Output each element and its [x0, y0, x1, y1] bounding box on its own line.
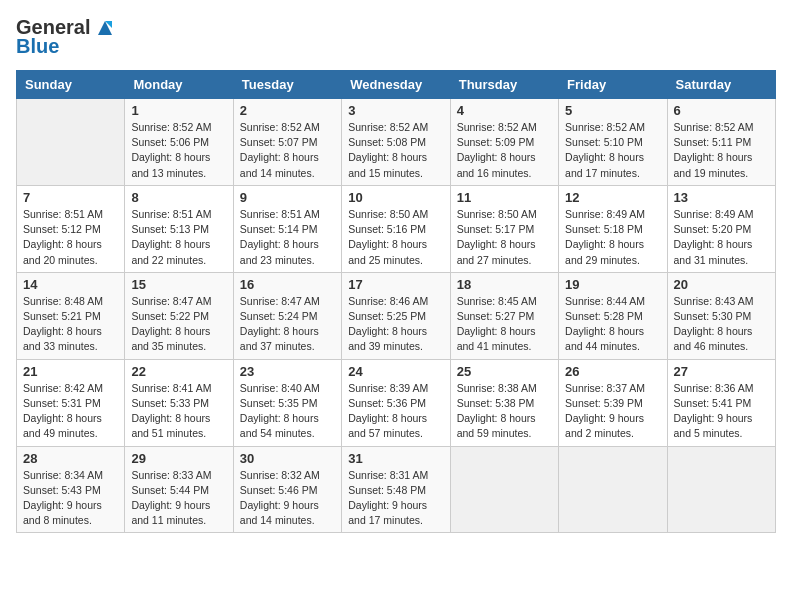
- day-number: 29: [131, 451, 226, 466]
- day-number: 11: [457, 190, 552, 205]
- calendar-week-row: 1Sunrise: 8:52 AM Sunset: 5:06 PM Daylig…: [17, 99, 776, 186]
- day-number: 3: [348, 103, 443, 118]
- day-number: 14: [23, 277, 118, 292]
- day-number: 2: [240, 103, 335, 118]
- calendar-cell: 3Sunrise: 8:52 AM Sunset: 5:08 PM Daylig…: [342, 99, 450, 186]
- day-detail: Sunrise: 8:31 AM Sunset: 5:48 PM Dayligh…: [348, 468, 443, 529]
- day-detail: Sunrise: 8:47 AM Sunset: 5:22 PM Dayligh…: [131, 294, 226, 355]
- calendar-cell: 6Sunrise: 8:52 AM Sunset: 5:11 PM Daylig…: [667, 99, 775, 186]
- day-number: 10: [348, 190, 443, 205]
- day-number: 16: [240, 277, 335, 292]
- day-detail: Sunrise: 8:52 AM Sunset: 5:10 PM Dayligh…: [565, 120, 660, 181]
- calendar-cell: 21Sunrise: 8:42 AM Sunset: 5:31 PM Dayli…: [17, 359, 125, 446]
- day-number: 28: [23, 451, 118, 466]
- day-detail: Sunrise: 8:42 AM Sunset: 5:31 PM Dayligh…: [23, 381, 118, 442]
- day-detail: Sunrise: 8:33 AM Sunset: 5:44 PM Dayligh…: [131, 468, 226, 529]
- header-saturday: Saturday: [667, 71, 775, 99]
- day-number: 27: [674, 364, 769, 379]
- calendar-cell: 4Sunrise: 8:52 AM Sunset: 5:09 PM Daylig…: [450, 99, 558, 186]
- day-detail: Sunrise: 8:49 AM Sunset: 5:20 PM Dayligh…: [674, 207, 769, 268]
- day-detail: Sunrise: 8:39 AM Sunset: 5:36 PM Dayligh…: [348, 381, 443, 442]
- calendar-cell: 24Sunrise: 8:39 AM Sunset: 5:36 PM Dayli…: [342, 359, 450, 446]
- day-number: 6: [674, 103, 769, 118]
- calendar-cell: 19Sunrise: 8:44 AM Sunset: 5:28 PM Dayli…: [559, 272, 667, 359]
- day-detail: Sunrise: 8:48 AM Sunset: 5:21 PM Dayligh…: [23, 294, 118, 355]
- calendar-cell: [667, 446, 775, 533]
- day-number: 4: [457, 103, 552, 118]
- day-number: 26: [565, 364, 660, 379]
- day-detail: Sunrise: 8:51 AM Sunset: 5:14 PM Dayligh…: [240, 207, 335, 268]
- day-number: 15: [131, 277, 226, 292]
- day-detail: Sunrise: 8:44 AM Sunset: 5:28 PM Dayligh…: [565, 294, 660, 355]
- calendar-cell: 28Sunrise: 8:34 AM Sunset: 5:43 PM Dayli…: [17, 446, 125, 533]
- day-number: 13: [674, 190, 769, 205]
- calendar-cell: 16Sunrise: 8:47 AM Sunset: 5:24 PM Dayli…: [233, 272, 341, 359]
- day-number: 12: [565, 190, 660, 205]
- day-number: 1: [131, 103, 226, 118]
- day-number: 24: [348, 364, 443, 379]
- day-number: 25: [457, 364, 552, 379]
- day-number: 19: [565, 277, 660, 292]
- day-detail: Sunrise: 8:49 AM Sunset: 5:18 PM Dayligh…: [565, 207, 660, 268]
- day-number: 21: [23, 364, 118, 379]
- calendar-cell: 23Sunrise: 8:40 AM Sunset: 5:35 PM Dayli…: [233, 359, 341, 446]
- calendar-cell: [17, 99, 125, 186]
- day-number: 22: [131, 364, 226, 379]
- header: General Blue: [16, 16, 776, 58]
- header-monday: Monday: [125, 71, 233, 99]
- day-detail: Sunrise: 8:52 AM Sunset: 5:07 PM Dayligh…: [240, 120, 335, 181]
- logo: General Blue: [16, 16, 116, 58]
- calendar-cell: 31Sunrise: 8:31 AM Sunset: 5:48 PM Dayli…: [342, 446, 450, 533]
- day-number: 20: [674, 277, 769, 292]
- header-sunday: Sunday: [17, 71, 125, 99]
- day-detail: Sunrise: 8:46 AM Sunset: 5:25 PM Dayligh…: [348, 294, 443, 355]
- day-detail: Sunrise: 8:52 AM Sunset: 5:08 PM Dayligh…: [348, 120, 443, 181]
- calendar-cell: 12Sunrise: 8:49 AM Sunset: 5:18 PM Dayli…: [559, 185, 667, 272]
- header-thursday: Thursday: [450, 71, 558, 99]
- calendar-cell: 11Sunrise: 8:50 AM Sunset: 5:17 PM Dayli…: [450, 185, 558, 272]
- calendar-week-row: 7Sunrise: 8:51 AM Sunset: 5:12 PM Daylig…: [17, 185, 776, 272]
- calendar-cell: 20Sunrise: 8:43 AM Sunset: 5:30 PM Dayli…: [667, 272, 775, 359]
- calendar-cell: 13Sunrise: 8:49 AM Sunset: 5:20 PM Dayli…: [667, 185, 775, 272]
- day-detail: Sunrise: 8:52 AM Sunset: 5:06 PM Dayligh…: [131, 120, 226, 181]
- calendar-cell: 22Sunrise: 8:41 AM Sunset: 5:33 PM Dayli…: [125, 359, 233, 446]
- header-tuesday: Tuesday: [233, 71, 341, 99]
- logo-blue-text: Blue: [16, 35, 59, 58]
- calendar-cell: 1Sunrise: 8:52 AM Sunset: 5:06 PM Daylig…: [125, 99, 233, 186]
- logo-icon: [94, 17, 116, 39]
- calendar-cell: 18Sunrise: 8:45 AM Sunset: 5:27 PM Dayli…: [450, 272, 558, 359]
- day-detail: Sunrise: 8:52 AM Sunset: 5:11 PM Dayligh…: [674, 120, 769, 181]
- day-detail: Sunrise: 8:40 AM Sunset: 5:35 PM Dayligh…: [240, 381, 335, 442]
- day-number: 23: [240, 364, 335, 379]
- day-detail: Sunrise: 8:32 AM Sunset: 5:46 PM Dayligh…: [240, 468, 335, 529]
- calendar-cell: 10Sunrise: 8:50 AM Sunset: 5:16 PM Dayli…: [342, 185, 450, 272]
- header-wednesday: Wednesday: [342, 71, 450, 99]
- day-detail: Sunrise: 8:43 AM Sunset: 5:30 PM Dayligh…: [674, 294, 769, 355]
- calendar-cell: 17Sunrise: 8:46 AM Sunset: 5:25 PM Dayli…: [342, 272, 450, 359]
- calendar-week-row: 28Sunrise: 8:34 AM Sunset: 5:43 PM Dayli…: [17, 446, 776, 533]
- day-number: 30: [240, 451, 335, 466]
- day-detail: Sunrise: 8:52 AM Sunset: 5:09 PM Dayligh…: [457, 120, 552, 181]
- calendar-cell: 8Sunrise: 8:51 AM Sunset: 5:13 PM Daylig…: [125, 185, 233, 272]
- calendar-cell: 15Sunrise: 8:47 AM Sunset: 5:22 PM Dayli…: [125, 272, 233, 359]
- day-detail: Sunrise: 8:51 AM Sunset: 5:12 PM Dayligh…: [23, 207, 118, 268]
- calendar-cell: 27Sunrise: 8:36 AM Sunset: 5:41 PM Dayli…: [667, 359, 775, 446]
- calendar-cell: [450, 446, 558, 533]
- calendar-cell: 7Sunrise: 8:51 AM Sunset: 5:12 PM Daylig…: [17, 185, 125, 272]
- calendar-cell: 26Sunrise: 8:37 AM Sunset: 5:39 PM Dayli…: [559, 359, 667, 446]
- calendar-cell: 29Sunrise: 8:33 AM Sunset: 5:44 PM Dayli…: [125, 446, 233, 533]
- day-detail: Sunrise: 8:41 AM Sunset: 5:33 PM Dayligh…: [131, 381, 226, 442]
- day-detail: Sunrise: 8:37 AM Sunset: 5:39 PM Dayligh…: [565, 381, 660, 442]
- calendar-cell: 30Sunrise: 8:32 AM Sunset: 5:46 PM Dayli…: [233, 446, 341, 533]
- calendar-cell: 25Sunrise: 8:38 AM Sunset: 5:38 PM Dayli…: [450, 359, 558, 446]
- day-detail: Sunrise: 8:36 AM Sunset: 5:41 PM Dayligh…: [674, 381, 769, 442]
- calendar-cell: [559, 446, 667, 533]
- day-detail: Sunrise: 8:45 AM Sunset: 5:27 PM Dayligh…: [457, 294, 552, 355]
- calendar-cell: 2Sunrise: 8:52 AM Sunset: 5:07 PM Daylig…: [233, 99, 341, 186]
- day-number: 9: [240, 190, 335, 205]
- calendar-cell: 9Sunrise: 8:51 AM Sunset: 5:14 PM Daylig…: [233, 185, 341, 272]
- header-friday: Friday: [559, 71, 667, 99]
- day-detail: Sunrise: 8:50 AM Sunset: 5:17 PM Dayligh…: [457, 207, 552, 268]
- day-detail: Sunrise: 8:51 AM Sunset: 5:13 PM Dayligh…: [131, 207, 226, 268]
- day-number: 31: [348, 451, 443, 466]
